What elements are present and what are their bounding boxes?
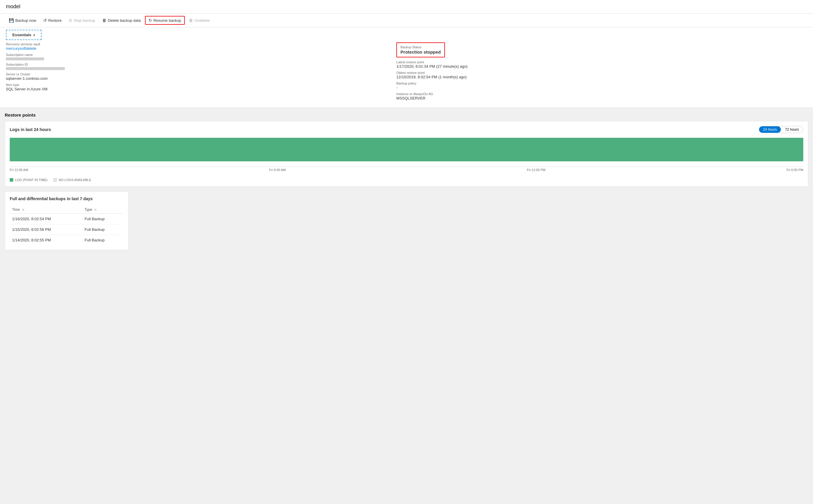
chart-title: Logs in last 24 hours xyxy=(10,127,51,132)
type-column-header: Type ⇅ xyxy=(82,206,123,214)
full-backup-section: Full and differential backups in last 7 … xyxy=(5,191,128,250)
chart-area xyxy=(10,138,803,164)
backup-table: Time ⇅ Type ⇅ 1/16/2020, 8:02:54 PM Full… xyxy=(10,206,123,245)
24-hours-button[interactable]: 24 hours xyxy=(759,126,781,133)
essentials-left: Recovery services vault mercurysoftdelet… xyxy=(6,42,390,103)
undelete-button[interactable]: 🗑 Undelete xyxy=(186,16,213,24)
resume-backup-button[interactable]: ↻ Resume backup xyxy=(145,16,185,25)
row1-time: 1/16/2020, 8:02:54 PM xyxy=(10,214,82,224)
chart-legend: LOG (POINT IN TIME) NO LOGS AVAILABLE xyxy=(10,176,803,182)
x-label-2: Fri 6:00 AM xyxy=(269,168,286,172)
chart-header: Logs in last 24 hours 24 hours 72 hours xyxy=(10,126,803,133)
page-title: model xyxy=(6,4,20,9)
table-row: 1/15/2020, 8:02:56 PM Full Backup xyxy=(10,224,123,235)
x-label-3: Fri 12:00 PM xyxy=(527,168,545,172)
chart-bar xyxy=(10,138,803,161)
page-header: model xyxy=(0,0,813,14)
subscription-id-placeholder xyxy=(6,67,65,70)
row3-type: Full Backup xyxy=(82,235,123,246)
essentials-content: Recovery services vault mercurysoftdelet… xyxy=(0,42,813,107)
subscription-id-row: Subscription ID xyxy=(6,63,390,70)
essentials-right: Backup Status Protection stopped Latest … xyxy=(390,42,807,103)
restore-button[interactable]: ↺ Restore xyxy=(40,16,65,24)
restore-icon: ↺ xyxy=(43,18,47,23)
72-hours-button[interactable]: 72 hours xyxy=(781,126,803,133)
backup-now-icon: 💾 xyxy=(9,18,14,23)
table-row: 1/14/2020, 8:02:55 PM Full Backup xyxy=(10,235,123,246)
recovery-vault-link[interactable]: mercurysoftdelete xyxy=(6,46,36,51)
undelete-icon: 🗑 xyxy=(189,18,193,23)
latest-restore-point-row: Latest restore point 1/17/2020, 6:01:34 … xyxy=(396,60,807,69)
delete-icon: 🗑 xyxy=(102,18,106,23)
legend-color-striped xyxy=(53,178,57,182)
time-sort-icon[interactable]: ⇅ xyxy=(22,208,24,211)
row3-time: 1/14/2020, 8:02:55 PM xyxy=(10,235,82,246)
table-row: 1/16/2020, 8:02:54 PM Full Backup xyxy=(10,214,123,224)
row2-type: Full Backup xyxy=(82,224,123,235)
x-label-4: Fri 6:00 PM xyxy=(787,168,803,172)
backup-status-box: Backup Status Protection stopped xyxy=(396,42,445,57)
backup-policy-row: Backup policy - xyxy=(396,82,807,90)
instance-row: Instance or AlwaysOn AG MSSQLSERVER xyxy=(396,92,807,100)
type-sort-icon[interactable]: ⇅ xyxy=(94,208,97,211)
main-content: Restore points Logs in last 24 hours 24 … xyxy=(0,108,813,255)
chart-x-axis: Fri 12:00 AM Fri 6:00 AM Fri 12:00 PM Fr… xyxy=(10,167,803,173)
server-cluster-row: Server or Cluster sqlserver-1.contoso.co… xyxy=(6,72,390,81)
chart-container: Logs in last 24 hours 24 hours 72 hours … xyxy=(5,121,808,187)
item-type-row: Item type SQL Server in Azure VM xyxy=(6,83,390,91)
chevron-up-icon: ∧ xyxy=(33,33,35,37)
full-backup-title: Full and differential backups in last 7 … xyxy=(10,196,123,201)
x-label-1: Fri 12:00 AM xyxy=(10,168,28,172)
backup-table-header-row: Time ⇅ Type ⇅ xyxy=(10,206,123,214)
oldest-restore-point-row: Oldest restore point 12/10/2019, 8:02:54… xyxy=(396,71,807,79)
delete-backup-data-button[interactable]: 🗑 Delete backup data xyxy=(99,16,144,24)
backup-now-button[interactable]: 💾 Backup now xyxy=(6,16,39,24)
recovery-vault-row: Recovery services vault mercurysoftdelet… xyxy=(6,42,390,51)
legend-item-log: LOG (POINT IN TIME) xyxy=(10,178,47,182)
time-toggle: 24 hours 72 hours xyxy=(759,126,803,133)
restore-points-title: Restore points xyxy=(5,112,36,117)
legend-item-no-logs: NO LOGS AVAILABLE xyxy=(53,178,91,182)
toolbar: 💾 Backup now ↺ Restore ⊘ Stop backup 🗑 D… xyxy=(0,14,813,27)
stop-backup-button[interactable]: ⊘ Stop backup xyxy=(66,16,98,24)
subscription-name-placeholder xyxy=(6,57,44,60)
essentials-header[interactable]: Essentials ∧ xyxy=(6,30,42,40)
resume-icon: ↻ xyxy=(148,18,152,23)
backup-table-body: 1/16/2020, 8:02:54 PM Full Backup 1/15/2… xyxy=(10,214,123,246)
stop-backup-icon: ⊘ xyxy=(69,18,72,23)
row1-type: Full Backup xyxy=(82,214,123,224)
subscription-name-row: Subscription name xyxy=(6,53,390,60)
time-column-header: Time ⇅ xyxy=(10,206,82,214)
essentials-section: Essentials ∧ Recovery services vault mer… xyxy=(0,27,813,108)
legend-color-green xyxy=(10,178,13,182)
row2-time: 1/15/2020, 8:02:56 PM xyxy=(10,224,82,235)
